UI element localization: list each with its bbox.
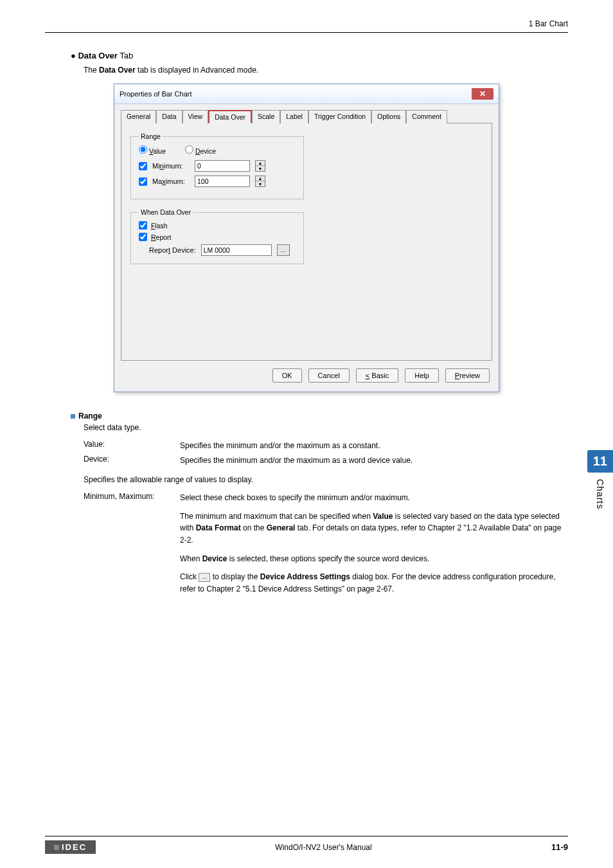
dialog-title: Properties of Bar Chart xyxy=(120,90,192,98)
intro-bold: Data Over xyxy=(99,66,136,75)
help-button[interactable]: Help xyxy=(405,368,439,383)
report-label: Report xyxy=(151,233,172,241)
tab-trigger-condition[interactable]: Trigger Condition xyxy=(308,110,371,123)
radio-value[interactable]: Value xyxy=(139,145,166,155)
when-data-over-group: When Data Over Flash Report Report Devic… xyxy=(130,208,304,264)
min-down[interactable]: ▼ xyxy=(256,166,265,171)
report-device-input[interactable] xyxy=(201,244,272,256)
brand-logo: IDEC xyxy=(45,840,96,854)
radio-value-label: alue xyxy=(153,147,166,155)
intro-post: tab is displayed in Advanced mode. xyxy=(136,66,258,75)
radio-device-input[interactable] xyxy=(185,145,193,154)
term-value: Value: xyxy=(84,440,180,452)
mm-p2: The minimum and maximum that can be spec… xyxy=(180,511,568,547)
mm-p2-mid2: on the xyxy=(241,523,267,532)
footer-center: WindO/I-NV2 User's Manual xyxy=(275,843,371,852)
min-max-definitions: Minimum, Maximum: Select these check box… xyxy=(84,492,568,601)
brand-text: IDEC xyxy=(62,842,87,852)
section-intro: The Data Over tab is displayed in Advanc… xyxy=(84,66,568,75)
minimum-spinners[interactable]: ▲▼ xyxy=(255,160,265,172)
radio-device[interactable]: Device xyxy=(185,145,216,155)
range-heading-text: Range xyxy=(78,411,102,420)
dialog-tabs: General Data View Data Over Scale Label … xyxy=(121,109,492,123)
range-group: Range Value Device Minimum: ▲▼ xyxy=(130,132,304,199)
mm-p3-post: is selected, these options specify the s… xyxy=(227,554,429,563)
desc-device: Specifies the minimum and/or the maximum… xyxy=(180,455,568,467)
properties-dialog: Properties of Bar Chart ✕ General Data V… xyxy=(114,84,499,392)
basic-button[interactable]: < Basic xyxy=(356,368,398,383)
square-bullet-icon xyxy=(71,414,75,419)
cancel-button[interactable]: Cancel xyxy=(308,368,350,383)
flash-label: Flash xyxy=(151,222,168,230)
mm-p3: When Device is selected, these options s… xyxy=(180,553,568,565)
tab-data-over[interactable]: Data Over xyxy=(208,110,252,123)
mm-p2-b3: General xyxy=(267,523,296,532)
browse-icon: ... xyxy=(199,573,210,582)
ok-button[interactable]: OK xyxy=(272,368,302,383)
section-bullet: ● xyxy=(71,51,76,60)
dialog-titlebar: Properties of Bar Chart ✕ xyxy=(114,84,499,104)
mm-p3-b: Device xyxy=(202,554,227,563)
mm-p2-b1: Value xyxy=(373,512,393,521)
mm-p4-pre: Click xyxy=(180,572,199,581)
close-button[interactable]: ✕ xyxy=(472,88,493,100)
max-up[interactable]: ▲ xyxy=(256,176,265,181)
range-legend: Range xyxy=(139,132,163,140)
chapter-number: 11 xyxy=(587,450,613,473)
desc-min-max: Select these check boxes to specify the … xyxy=(180,492,568,601)
allowable-line: Specifies the allowable range of values … xyxy=(84,475,568,484)
maximum-label: Maximum: xyxy=(152,177,190,185)
tab-general[interactable]: General xyxy=(121,110,156,123)
chapter-label: Charts xyxy=(595,479,605,509)
maximum-spinners[interactable]: ▲▼ xyxy=(255,176,265,187)
checkbox-maximum[interactable] xyxy=(139,177,147,186)
brand-square-icon xyxy=(54,845,59,850)
browse-button[interactable]: ... xyxy=(277,244,290,256)
checkbox-minimum[interactable] xyxy=(139,162,147,170)
mm-p4-b: Device Address Settings xyxy=(260,572,350,581)
tab-view[interactable]: View xyxy=(182,110,209,123)
radio-value-input[interactable] xyxy=(139,145,147,154)
desc-value: Specifies the minimum and/or the maximum… xyxy=(180,440,568,452)
dialog-button-row: OK Cancel < Basic Help Preview xyxy=(121,361,492,385)
tab-label[interactable]: Label xyxy=(280,110,308,123)
tab-panel: Range Value Device Minimum: ▲▼ xyxy=(121,123,492,361)
checkbox-report[interactable] xyxy=(139,233,147,241)
section-title-bold: Data Over xyxy=(78,51,117,60)
preview-button[interactable]: Preview xyxy=(445,368,490,383)
min-up[interactable]: ▲ xyxy=(256,161,265,166)
range-subheading: Range xyxy=(71,411,568,420)
maximum-input[interactable] xyxy=(195,176,250,187)
page-footer: IDEC WindO/I-NV2 User's Manual 11-9 xyxy=(0,836,613,854)
tab-options[interactable]: Options xyxy=(371,110,406,123)
section-title-rest: Tab xyxy=(118,51,133,60)
tab-comment[interactable]: Comment xyxy=(406,110,447,123)
mm-p2-b2: Data Format xyxy=(196,523,241,532)
mm-p2-pre: The minimum and maximum that can be spec… xyxy=(180,512,373,521)
range-definitions: Value: Specifies the minimum and/or the … xyxy=(84,440,568,466)
minimum-input[interactable] xyxy=(195,160,250,172)
side-tab: 11 Charts xyxy=(587,450,613,509)
term-device: Device: xyxy=(84,455,180,467)
mm-p1: Select these check boxes to specify the … xyxy=(180,492,568,504)
term-min-max: Minimum, Maximum: xyxy=(84,492,180,601)
mm-p4-mid: to display the xyxy=(210,572,260,581)
when-legend: When Data Over xyxy=(139,208,193,216)
radio-device-label: evice xyxy=(200,147,217,155)
footer-page-number: 11-9 xyxy=(551,842,568,852)
mm-p4: Click ... to display the Device Address … xyxy=(180,571,568,595)
tab-scale[interactable]: Scale xyxy=(252,110,280,123)
section-heading: ● Data Over Tab xyxy=(71,51,568,60)
page-header: 1 Bar Chart xyxy=(45,19,568,33)
range-select-line: Select data type. xyxy=(84,423,568,432)
checkbox-flash[interactable] xyxy=(139,221,147,230)
intro-pre: The xyxy=(84,66,99,75)
minimum-label: Minimum: xyxy=(152,162,190,170)
tab-data[interactable]: Data xyxy=(156,110,182,123)
report-device-label: Report Device: xyxy=(149,246,196,254)
max-down[interactable]: ▼ xyxy=(256,181,265,186)
mm-p3-pre: When xyxy=(180,554,202,563)
